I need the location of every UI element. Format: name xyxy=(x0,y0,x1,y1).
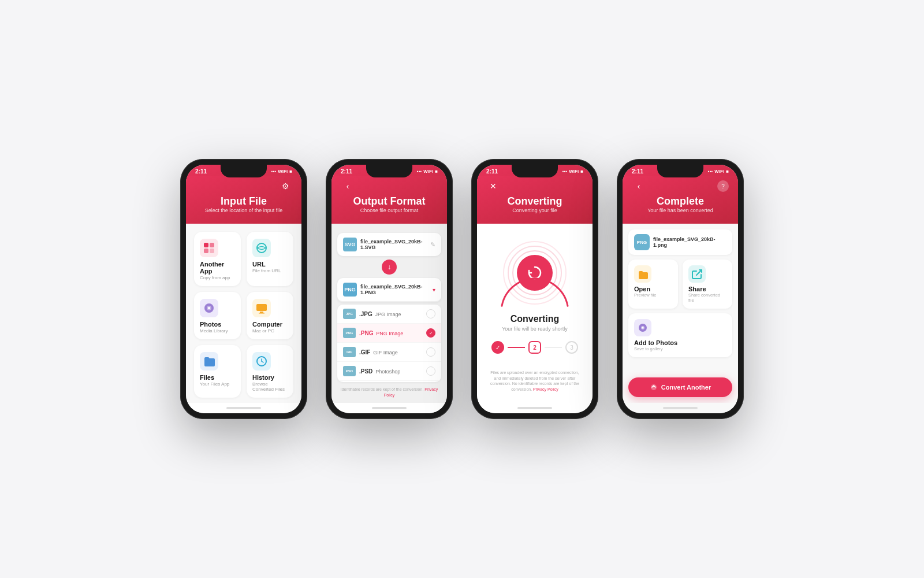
back-button-4[interactable]: ‹ xyxy=(632,179,646,193)
battery-icon-3: ■ xyxy=(580,169,583,174)
notch-3 xyxy=(512,165,558,177)
output-file-bar: PNG file_example_SVG_20kB-1.PNG ▾ xyxy=(337,278,441,302)
action-card-open[interactable]: Open Preview file xyxy=(628,260,678,309)
phone-body-2: SVG file_example_SVG_20kB-1.SVG ✎ ↓ PNG … xyxy=(331,224,447,403)
option-grid: Another App Copy from app URL File from … xyxy=(186,224,301,403)
computer-icon xyxy=(252,299,271,317)
privacy-link-2[interactable]: Privacy Policy xyxy=(384,387,438,397)
phone-screen-3: 2:11 ▪▪▪ WiFi ■ ✕ Converting xyxy=(477,165,593,413)
convert-another-button[interactable]: Convert Another xyxy=(628,377,732,397)
phone-input-file: 2:11 ▪▪▪ WiFi ■ ⚙ Input File xyxy=(180,159,307,419)
option-card-computer[interactable]: Computer Mac or PC xyxy=(247,292,293,339)
header-subtitle-3: Converting your file xyxy=(512,208,557,213)
format-item-png[interactable]: PNG .PNG PNG Image ✓ xyxy=(337,324,441,343)
jpg-label: .JPG JPG Image xyxy=(359,311,423,317)
svg-rect-9 xyxy=(260,312,263,313)
gif-check xyxy=(426,347,435,357)
signal-icon-4: ▪▪▪ xyxy=(708,169,713,174)
svg-rect-3 xyxy=(210,249,214,253)
option-card-another-app[interactable]: Another App Copy from app xyxy=(194,232,241,286)
png-label: .PNG PNG Image xyxy=(359,330,423,336)
header-row-3: ✕ xyxy=(486,179,583,193)
back-button-2[interactable]: ‹ xyxy=(341,179,355,193)
phone-converting: 2:11 ▪▪▪ WiFi ■ ✕ Converting xyxy=(471,159,598,419)
battery-icon: ■ xyxy=(289,169,292,174)
phone-frame-3: 2:11 ▪▪▪ WiFi ■ ✕ Converting xyxy=(471,159,598,419)
signal-icon-2: ▪▪▪ xyxy=(417,169,422,174)
gif-file-icon: GIF xyxy=(343,347,356,357)
add-photos-icon xyxy=(634,319,651,336)
gear-button-1[interactable]: ⚙ xyxy=(278,179,292,193)
format-item-jpg[interactable]: JPG .JPG JPG Image xyxy=(337,305,441,324)
computer-sublabel: Mac or PC xyxy=(252,328,274,334)
another-app-label: Another App xyxy=(200,261,235,275)
step-2-current: 2 xyxy=(528,341,541,354)
svg-rect-8 xyxy=(256,304,267,311)
share-icon xyxy=(688,265,706,283)
action-grid: Open Preview file Share Share converted … xyxy=(628,260,732,309)
history-sublabel: Browse Converted Files xyxy=(252,381,288,392)
header-subtitle-2: Choose file output format xyxy=(360,208,419,213)
output-file-name: file_example_SVG_20kB-1.PNG xyxy=(360,284,429,295)
close-button-3[interactable]: ✕ xyxy=(486,179,500,193)
png-file-icon: PNG xyxy=(343,328,356,338)
psd-file-icon: PSD xyxy=(343,366,356,376)
step-1-done: ✓ xyxy=(491,341,504,354)
step-line-1 xyxy=(508,347,525,348)
status-icons-2: ▪▪▪ WiFi ■ xyxy=(417,169,438,174)
photos-icon xyxy=(200,299,218,317)
status-time-4: 2:11 xyxy=(632,168,643,175)
scene: 2:11 ▪▪▪ WiFi ■ ⚙ Input File xyxy=(157,136,767,442)
spin-rings xyxy=(503,241,567,305)
wifi-icon-4: WiFi xyxy=(714,169,724,174)
option-card-photos[interactable]: Photos Media Library xyxy=(194,292,241,339)
jpg-file-icon: JPG xyxy=(343,309,356,319)
signal-icon-3: ▪▪▪ xyxy=(562,169,568,174)
convert-another-label: Convert Another xyxy=(661,384,711,391)
phone-complete: 2:11 ▪▪▪ WiFi ■ ‹ ? Complete xyxy=(617,159,744,419)
action-card-share[interactable]: Share Share converted file xyxy=(683,260,732,309)
wifi-icon-3: WiFi xyxy=(569,169,579,174)
header-title-4: Complete xyxy=(657,195,704,208)
photos-sublabel: Media Library xyxy=(200,328,228,334)
svg-point-4 xyxy=(257,243,266,253)
download-btn-area: ↓ xyxy=(331,260,447,275)
privacy-link-3[interactable]: Privacy Policy xyxy=(533,387,558,391)
another-app-sublabel: Copy from app xyxy=(200,275,230,280)
url-label: URL xyxy=(252,261,266,268)
svg-rect-2 xyxy=(204,249,208,253)
download-button[interactable]: ↓ xyxy=(382,260,397,275)
result-file-bar: PNG file_example_SVG_20kB-1.png xyxy=(628,229,732,255)
phone-output-format: 2:11 ▪▪▪ WiFi ■ ‹ Output For xyxy=(326,159,453,419)
jpg-check xyxy=(426,309,435,318)
share-sub: Share converted file xyxy=(688,292,726,303)
header-title-1: Input File xyxy=(221,195,267,208)
format-item-psd[interactable]: PSD .PSD Photoshop xyxy=(337,362,441,381)
header-subtitle-1: Select the location of the input file xyxy=(205,208,283,213)
action-card-add-photos[interactable]: Add to Photos Save to gallery xyxy=(628,313,732,357)
help-button-4[interactable]: ? xyxy=(717,180,729,192)
option-card-history[interactable]: History Browse Converted Files xyxy=(247,345,293,398)
dropdown-arrow[interactable]: ▾ xyxy=(433,287,435,293)
result-file-name: file_example_SVG_20kB-1.png xyxy=(653,236,726,248)
input-file-name: file_example_SVG_20kB-1.SVG xyxy=(360,239,427,250)
converting-label: Converting xyxy=(511,314,559,324)
status-icons-3: ▪▪▪ WiFi ■ xyxy=(562,169,583,174)
header-row-4: ‹ ? xyxy=(632,179,729,193)
files-label: Files xyxy=(200,374,214,381)
result-file-icon: PNG xyxy=(634,234,650,250)
files-icon xyxy=(200,352,218,370)
notch-2 xyxy=(366,165,412,177)
converting-sub: Your file will be ready shortly xyxy=(502,326,568,332)
signal-icon: ▪▪▪ xyxy=(271,169,277,174)
format-item-gif[interactable]: GIF .GIF GIF Image xyxy=(337,343,441,362)
svg-rect-0 xyxy=(204,243,208,247)
phone-screen-4: 2:11 ▪▪▪ WiFi ■ ‹ ? Complete xyxy=(623,165,738,413)
option-card-files[interactable]: Files Your Files App xyxy=(194,345,241,398)
status-time-1: 2:11 xyxy=(195,168,207,175)
option-card-url[interactable]: URL File from URL xyxy=(247,232,293,286)
step-3-next: 3 xyxy=(565,341,578,354)
status-icons-4: ▪▪▪ WiFi ■ xyxy=(708,169,729,174)
edit-icon[interactable]: ✎ xyxy=(430,241,435,249)
step-line-2 xyxy=(545,347,562,348)
